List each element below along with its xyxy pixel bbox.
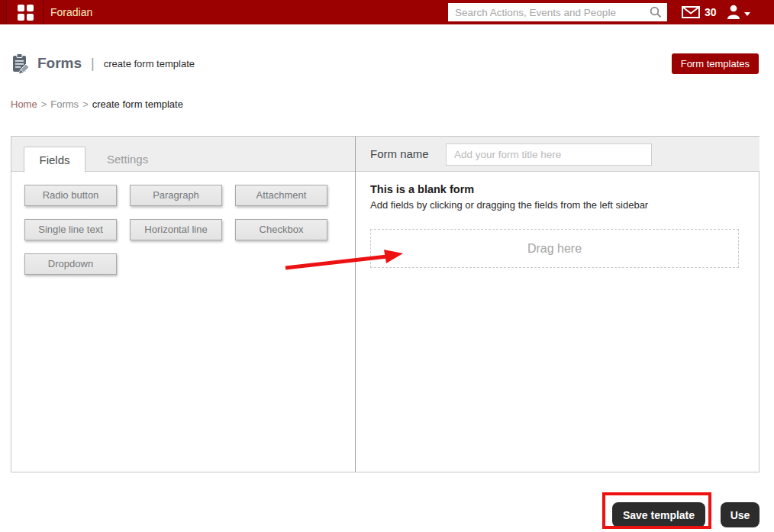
use-button[interactable]: Use: [721, 502, 759, 527]
messages-button[interactable]: 30: [682, 0, 717, 24]
messages-count-badge: 30: [705, 6, 717, 18]
form-body: This is a blank form Add fields by click…: [356, 172, 759, 268]
field-buttons-area: Radio buttonParagraphAttachmentSingle li…: [11, 172, 355, 288]
tab-fields[interactable]: Fields: [24, 147, 85, 172]
form-preview-pane: Form name This is a blank form Add field…: [356, 137, 759, 472]
field-button-attachment[interactable]: Attachment: [235, 185, 327, 206]
mail-icon: [682, 6, 700, 18]
brand-logo[interactable]: Foradian: [50, 0, 92, 24]
field-button-paragraph[interactable]: Paragraph: [130, 185, 222, 206]
tab-settings[interactable]: Settings: [107, 147, 148, 172]
drag-here-label: Drag here: [527, 242, 582, 256]
breadcrumb-separator: >: [41, 98, 47, 110]
form-name-input[interactable]: [446, 143, 652, 166]
breadcrumb-forms[interactable]: Forms: [50, 98, 79, 110]
field-button-dropdown[interactable]: Dropdown: [24, 253, 117, 275]
field-button-radio-button[interactable]: Radio button: [24, 185, 117, 206]
breadcrumb-separator: >: [82, 98, 89, 110]
field-button-checkbox[interactable]: Checkbox: [235, 219, 327, 240]
chevron-down-icon: [744, 12, 750, 16]
save-template-button[interactable]: Save template: [612, 502, 705, 527]
user-icon: [726, 4, 741, 20]
title-separator: |: [91, 56, 95, 72]
drag-drop-zone[interactable]: Drag here: [370, 229, 739, 268]
field-button-horizontal-line[interactable]: Horizontal line: [130, 219, 222, 240]
blank-form-title: This is a blank form: [370, 183, 759, 195]
form-builder-panel: Fields Settings Radio buttonParagraphAtt…: [11, 136, 759, 472]
breadcrumb: Home > Forms > create form template: [11, 98, 183, 110]
screen: Foradian 30: [0, 0, 774, 532]
blank-form-subtitle: Add fields by clicking or dragging the f…: [370, 199, 759, 211]
forms-module-icon: [11, 53, 30, 74]
page-subtitle: create form template: [104, 58, 195, 69]
search-icon[interactable]: [650, 6, 662, 18]
topbar: Foradian 30: [0, 0, 774, 24]
topbar-edge-strip: [0, 0, 7, 24]
user-menu-button[interactable]: [726, 0, 750, 24]
global-search: [448, 3, 667, 21]
apps-grid-icon: [18, 5, 34, 21]
breadcrumb-home[interactable]: Home: [11, 98, 37, 110]
apps-grid-button[interactable]: [8, 0, 44, 24]
field-button-single-line-text[interactable]: Single line text: [24, 219, 117, 240]
page-header: Forms | create form template Form templa…: [11, 52, 759, 75]
form-name-bar: Form name: [356, 137, 759, 172]
page-title: Forms: [37, 55, 82, 72]
breadcrumb-current: create form template: [92, 98, 183, 110]
sidebar-tabbar: Fields Settings: [11, 137, 355, 172]
form-templates-button[interactable]: Form templates: [672, 53, 759, 74]
fields-sidebar: Fields Settings Radio buttonParagraphAtt…: [11, 137, 356, 472]
search-input[interactable]: [448, 7, 650, 18]
form-name-label: Form name: [370, 137, 429, 172]
